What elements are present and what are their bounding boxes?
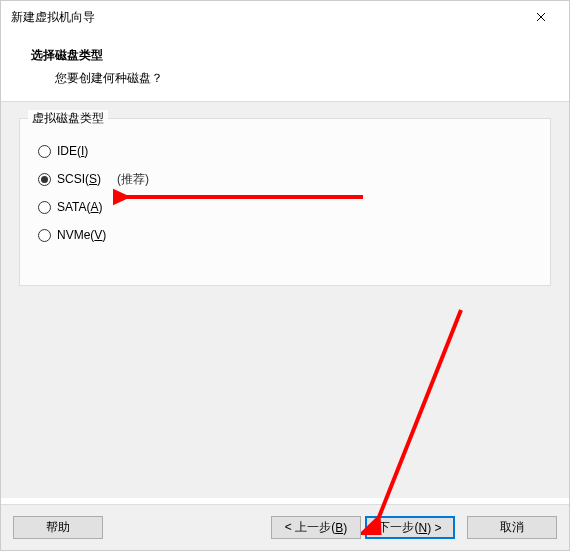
radio-icon [38, 145, 51, 158]
radio-label: IDE(I) [57, 144, 88, 158]
help-button[interactable]: 帮助 [13, 516, 103, 539]
content-area: 虚拟磁盘类型 IDE(I) SCSI(S) (推荐) SATA(A) NVMe(… [1, 102, 569, 498]
radio-label: SCSI(S) [57, 172, 101, 186]
wizard-header: 选择磁盘类型 您要创建何种磁盘？ [1, 33, 569, 102]
radio-ide[interactable]: IDE(I) [34, 137, 536, 165]
radio-sata[interactable]: SATA(A) [34, 193, 536, 221]
group-label: 虚拟磁盘类型 [28, 110, 108, 127]
page-subtitle: 您要创建何种磁盘？ [31, 70, 547, 87]
window-title: 新建虚拟机向导 [11, 9, 521, 26]
close-icon [536, 12, 546, 22]
radio-scsi[interactable]: SCSI(S) (推荐) [34, 165, 536, 193]
titlebar: 新建虚拟机向导 [1, 1, 569, 33]
next-button[interactable]: 下一步(N) > [365, 516, 455, 539]
radio-label: SATA(A) [57, 200, 103, 214]
disk-type-group: 虚拟磁盘类型 IDE(I) SCSI(S) (推荐) SATA(A) NVMe(… [19, 118, 551, 286]
radio-icon [38, 229, 51, 242]
radio-label: NVMe(V) [57, 228, 106, 242]
radio-nvme[interactable]: NVMe(V) [34, 221, 536, 249]
close-button[interactable] [521, 3, 561, 31]
radio-icon [38, 173, 51, 186]
page-title: 选择磁盘类型 [31, 47, 547, 64]
back-button[interactable]: < 上一步(B) [271, 516, 361, 539]
recommend-label: (推荐) [117, 171, 149, 188]
radio-icon [38, 201, 51, 214]
cancel-button[interactable]: 取消 [467, 516, 557, 539]
footer: 帮助 < 上一步(B) 下一步(N) > 取消 [1, 504, 569, 550]
